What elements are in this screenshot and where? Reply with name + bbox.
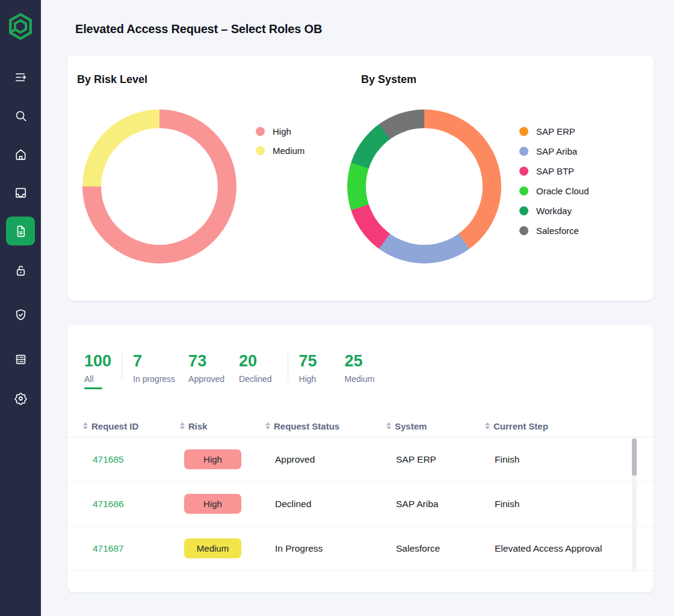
sidebar-nav [6,41,35,413]
stat-filter-medium[interactable]: 25Medium [345,352,375,384]
legend-item-high[interactable]: High [256,122,305,141]
chart-title-risk: By Risk Level [77,73,147,86]
donut-hole [101,128,218,245]
stat-filter-in-progress[interactable]: 7In progress [133,352,175,384]
sidebar-item-menu[interactable] [6,63,35,91]
table-body: 471685HighApprovedSAP ERPFinish471686Hig… [67,437,654,571]
status-cell: Declined [265,499,386,510]
legend-label: SAP ERP [536,126,575,137]
sidebar-item-inbox[interactable] [6,178,35,207]
donut-hole [366,128,483,245]
stat-value: 25 [345,352,375,370]
stat-label: All [84,374,111,384]
table-scrollbar-track [632,437,637,571]
current-step-cell: Elevated Access Approval [485,543,629,554]
legend-label: SAP Ariba [536,146,577,156]
status-cell: Approved [265,454,386,465]
requests-table: Request IDRiskRequest StatusSystemCurren… [67,415,654,571]
stats-divider [288,353,288,381]
stat-value: 75 [299,352,317,370]
column-label: Request ID [91,421,138,431]
column-header-risk[interactable]: Risk [180,421,265,431]
stats-divider [122,353,122,381]
legend-item-medium[interactable]: Medium [256,141,305,160]
table-row-471685: 471685HighApprovedSAP ERPFinish [67,437,654,482]
request-id-link[interactable]: 471685 [83,454,180,465]
column-label: Request Status [274,421,339,431]
current-step-cell: Finish [485,499,629,510]
document-icon [14,224,28,238]
column-header-request-status[interactable]: Request Status [265,421,386,431]
legend-item-workday[interactable]: Workday [519,201,589,221]
risk-donut-chart [82,109,237,263]
legend-item-oracle-cloud[interactable]: Oracle Cloud [519,181,589,201]
requests-card: 100All7In progress73Approved20Declined75… [67,325,654,593]
legend-item-sap-ariba[interactable]: SAP Ariba [519,141,589,161]
legend-item-sap-erp[interactable]: SAP ERP [519,122,589,141]
sidebar-item-lock[interactable] [6,256,35,285]
legend-dot [519,186,528,196]
legend-label: High [273,126,291,137]
legend-label: Salesforce [536,226,579,236]
legend-label: Oracle Cloud [536,186,589,196]
sidebar-item-shield[interactable] [6,300,35,329]
active-filter-underline [84,387,102,389]
system-legend: SAP ERPSAP AribaSAP BTPOracle CloudWorkd… [519,122,589,241]
risk-cell: Medium [180,538,265,558]
table-row-471687: 471687MediumIn ProgressSalesforceElevate… [67,526,654,571]
sort-icon [265,422,270,430]
stat-label: Medium [345,374,375,384]
system-cell: Salesforce [386,543,485,554]
column-header-request-id[interactable]: Request ID [83,421,180,431]
legend-item-sap-btp[interactable]: SAP BTP [519,161,589,181]
shield-check-icon [14,308,28,322]
current-step-cell: Finish [485,454,629,465]
stat-value: 7 [133,352,175,370]
legend-dot [519,147,528,156]
app-logo [7,12,34,41]
sidebar-item-records[interactable] [6,345,35,374]
table-scrollbar-thumb[interactable] [632,439,637,476]
stat-value: 100 [84,352,111,370]
request-id-link[interactable]: 471687 [83,543,180,554]
column-header-current-step[interactable]: Current Step [485,421,629,431]
legend-dot [519,167,528,176]
sort-icon [386,422,391,430]
column-label: System [395,421,427,431]
table-header-row: Request IDRiskRequest StatusSystemCurren… [67,415,654,437]
legend-item-salesforce[interactable]: Salesforce [519,221,589,241]
column-label: Risk [188,421,208,431]
stat-filter-high[interactable]: 75High [299,352,317,384]
sidebar-item-settings[interactable] [6,384,35,413]
stat-label: Approved [188,374,224,384]
sidebar-item-documents[interactable] [6,217,35,245]
request-id-link[interactable]: 471686 [83,499,180,510]
risk-badge-high: High [184,449,241,469]
system-cell: SAP ERP [386,454,485,465]
search-icon [14,109,28,123]
stat-filter-declined[interactable]: 20Declined [239,352,271,384]
stat-label: High [299,374,317,384]
stat-filter-all[interactable]: 100All [84,352,111,389]
table-row-471686: 471686HighDeclinedSAP AribaFinish [67,482,654,526]
system-donut-chart [347,109,501,263]
charts-card: By Risk Level By System HighMedium SAP E… [67,55,654,301]
sidebar [0,0,41,616]
legend-dot [256,146,265,155]
risk-legend: HighMedium [256,122,305,160]
system-cell: SAP Ariba [386,499,485,510]
home-icon [14,147,28,161]
stat-label: In progress [133,374,175,384]
chart-title-system: By System [361,73,416,86]
stat-filter-approved[interactable]: 73Approved [188,352,224,384]
column-header-system[interactable]: System [386,421,485,431]
status-cell: In Progress [265,543,386,554]
page-title: Elevated Access Request – Select Roles O… [75,22,322,36]
risk-badge-medium: Medium [184,538,241,558]
risk-cell: High [180,449,265,469]
app-root: Elevated Access Request – Select Roles O… [0,0,674,616]
sidebar-item-search[interactable] [6,101,35,130]
lock-open-icon [14,263,28,277]
sidebar-item-home[interactable] [6,140,35,168]
legend-dot [519,206,528,215]
